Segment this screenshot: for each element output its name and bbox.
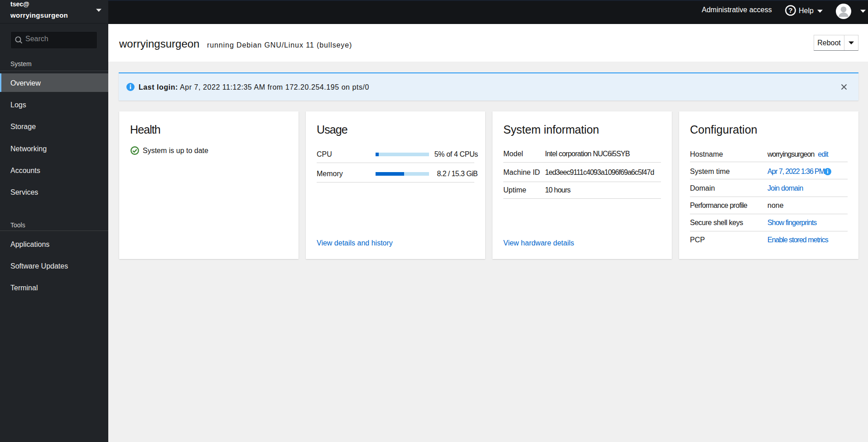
svg-text:?: ? <box>788 6 792 14</box>
